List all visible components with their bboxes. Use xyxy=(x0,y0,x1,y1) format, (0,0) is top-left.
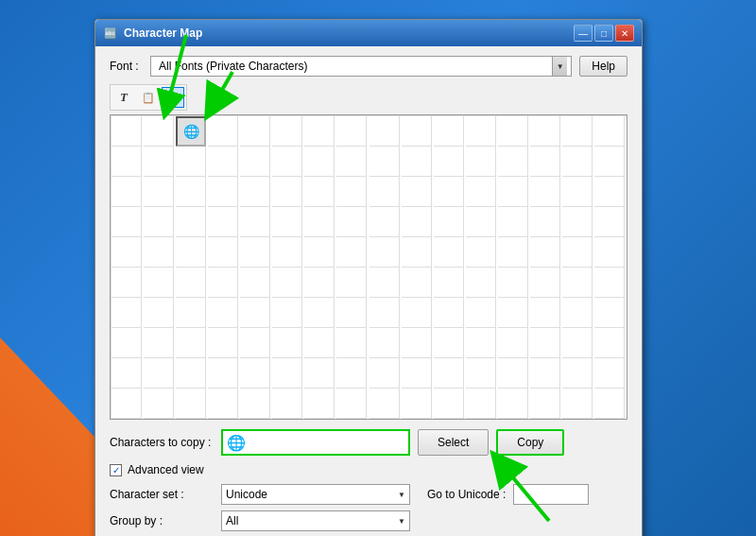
advanced-view-checkbox[interactable]: ✓ xyxy=(110,464,122,476)
char-cell[interactable] xyxy=(336,389,367,419)
char-cell[interactable] xyxy=(498,358,528,389)
char-cell[interactable] xyxy=(369,298,400,328)
char-cell[interactable] xyxy=(530,177,560,207)
char-cell[interactable] xyxy=(240,237,270,268)
char-cell[interactable] xyxy=(369,358,400,389)
char-cell[interactable] xyxy=(594,298,625,328)
toolbar-btn-1[interactable]: T xyxy=(112,87,135,108)
char-cell[interactable] xyxy=(272,328,302,358)
char-cell[interactable] xyxy=(176,389,206,419)
char-cell[interactable] xyxy=(434,389,464,419)
char-cell[interactable] xyxy=(402,207,432,237)
char-cell[interactable] xyxy=(434,298,464,328)
char-cell[interactable] xyxy=(112,268,142,298)
char-cell[interactable] xyxy=(530,237,560,268)
char-cell[interactable] xyxy=(304,207,335,237)
char-cell[interactable] xyxy=(144,328,174,358)
char-cell[interactable] xyxy=(112,147,142,177)
char-cell[interactable] xyxy=(466,328,496,358)
char-cell[interactable] xyxy=(112,207,142,237)
char-cell[interactable] xyxy=(434,116,464,147)
char-cell[interactable] xyxy=(112,389,142,419)
char-cell[interactable] xyxy=(336,358,367,389)
char-cell[interactable] xyxy=(176,147,206,177)
char-cell[interactable] xyxy=(112,116,142,147)
char-cell[interactable] xyxy=(530,116,560,147)
char-cell[interactable] xyxy=(208,358,238,389)
char-cell[interactable] xyxy=(434,358,464,389)
char-cell[interactable] xyxy=(208,268,238,298)
char-cell[interactable] xyxy=(498,389,528,419)
char-cell[interactable] xyxy=(402,147,432,177)
char-cell[interactable] xyxy=(594,328,625,358)
char-cell[interactable] xyxy=(304,147,335,177)
char-cell[interactable] xyxy=(304,389,335,419)
char-cell[interactable] xyxy=(369,268,400,298)
char-cell[interactable] xyxy=(144,358,174,389)
toolbar-btn-2[interactable]: 📋 xyxy=(137,87,160,108)
char-cell[interactable] xyxy=(530,268,560,298)
char-cell[interactable] xyxy=(434,237,464,268)
char-cell[interactable] xyxy=(466,298,496,328)
char-cell[interactable] xyxy=(402,328,432,358)
char-cell[interactable] xyxy=(336,328,367,358)
char-cell[interactable] xyxy=(336,207,367,237)
char-cell[interactable] xyxy=(304,358,335,389)
char-cell[interactable] xyxy=(304,298,335,328)
char-cell[interactable] xyxy=(240,298,270,328)
char-cell[interactable] xyxy=(240,177,270,207)
char-cell[interactable] xyxy=(594,237,625,268)
char-cell[interactable] xyxy=(498,147,528,177)
copy-button[interactable]: Copy xyxy=(496,429,564,456)
char-cell[interactable] xyxy=(562,268,593,298)
char-cell[interactable] xyxy=(176,298,206,328)
char-cell[interactable] xyxy=(208,116,238,147)
char-cell[interactable] xyxy=(466,177,496,207)
char-cell[interactable] xyxy=(498,116,528,147)
char-cell[interactable] xyxy=(336,237,367,268)
char-cell[interactable] xyxy=(369,207,400,237)
char-cell[interactable] xyxy=(272,298,302,328)
char-cell[interactable] xyxy=(466,207,496,237)
char-cell[interactable] xyxy=(369,237,400,268)
char-cell[interactable] xyxy=(144,147,174,177)
char-cell[interactable] xyxy=(466,237,496,268)
char-cell[interactable] xyxy=(208,237,238,268)
char-cell[interactable] xyxy=(369,177,400,207)
char-cell[interactable] xyxy=(402,116,432,147)
char-cell[interactable] xyxy=(176,207,206,237)
char-cell[interactable] xyxy=(369,389,400,419)
char-cell[interactable] xyxy=(530,147,560,177)
char-cell[interactable] xyxy=(562,298,593,328)
chars-copy-input[interactable]: 🌐 xyxy=(221,429,410,456)
char-cell[interactable] xyxy=(530,298,560,328)
char-set-dropdown[interactable]: Unicode ▼ xyxy=(221,484,410,505)
char-cell[interactable] xyxy=(336,298,367,328)
close-button[interactable]: ✕ xyxy=(615,25,634,42)
char-cell[interactable] xyxy=(466,268,496,298)
char-cell[interactable] xyxy=(304,237,335,268)
char-cell[interactable] xyxy=(402,177,432,207)
char-cell[interactable] xyxy=(562,358,593,389)
char-cell[interactable] xyxy=(498,298,528,328)
char-cell[interactable] xyxy=(272,177,302,207)
char-cell[interactable] xyxy=(208,147,238,177)
char-cell[interactable] xyxy=(530,207,560,237)
char-cell[interactable] xyxy=(594,116,625,147)
char-cell[interactable] xyxy=(466,147,496,177)
char-cell[interactable] xyxy=(272,147,302,177)
char-cell[interactable] xyxy=(112,177,142,207)
char-cell[interactable] xyxy=(272,237,302,268)
char-cell[interactable] xyxy=(530,358,560,389)
goto-unicode-input[interactable] xyxy=(513,484,589,505)
char-cell[interactable] xyxy=(112,358,142,389)
char-cell[interactable] xyxy=(466,389,496,419)
char-cell[interactable] xyxy=(466,358,496,389)
char-cell[interactable] xyxy=(434,268,464,298)
char-cell[interactable] xyxy=(240,207,270,237)
char-cell[interactable] xyxy=(336,177,367,207)
char-cell[interactable] xyxy=(240,268,270,298)
char-cell[interactable] xyxy=(208,177,238,207)
char-cell[interactable] xyxy=(272,116,302,147)
char-cell[interactable] xyxy=(369,328,400,358)
